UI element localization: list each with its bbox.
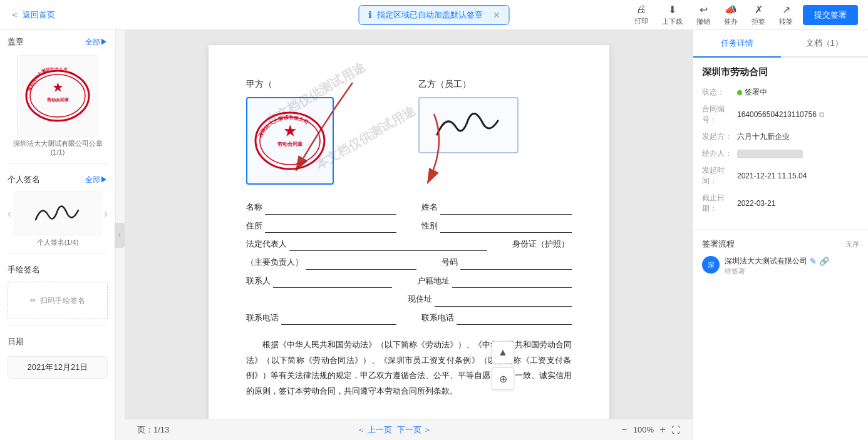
seal-all-link[interactable]: 全部▶	[85, 37, 108, 48]
reject-icon: ✗	[755, 4, 763, 16]
placed-employee-sign	[428, 103, 509, 147]
company-seal-svg: ★ 劳动合同章 深圳法大大测试有限公司	[23, 68, 92, 124]
pencil-icon: ✏	[30, 296, 36, 305]
address-a-underline[interactable]	[265, 222, 396, 233]
contract-title: 深圳市劳动合同	[702, 66, 859, 78]
urge-button[interactable]: 📣 催办	[720, 3, 741, 28]
info-row-status: 状态： 签署中	[702, 87, 859, 98]
reject-button[interactable]: ✗ 拒签	[748, 3, 769, 28]
toast-notification: ℹ 指定区域已自动加盖默认签章 ✕	[359, 5, 510, 25]
next-page-button[interactable]: 下一页 ＞	[397, 424, 432, 436]
doc-nav: ＜ 上一页 下一页 ＞	[357, 424, 431, 436]
print-button[interactable]: 🖨 打印	[631, 3, 652, 27]
copy-contract-no-button[interactable]: ⧉	[819, 110, 825, 119]
transfer-label: 转签	[779, 17, 793, 26]
tab-document[interactable]: 文档（1）	[781, 30, 869, 58]
svg-text:劳动合同章: 劳动合同章	[277, 141, 302, 147]
date-box[interactable]: 2021年12月21日	[8, 356, 108, 379]
personal-sign-box[interactable]	[14, 192, 101, 235]
employee-sign-zone[interactable]	[418, 97, 519, 153]
zoom-in-button[interactable]: ＋	[658, 423, 668, 436]
parties-row: 甲方（ ★ 劳动合同章 深圳法大大测试有限公司	[246, 76, 572, 187]
name-a-label: 名称	[246, 200, 262, 214]
date-label: 日期	[8, 336, 24, 347]
printer-icon: 🖨	[636, 4, 646, 15]
divider-2	[8, 253, 108, 254]
current-addr-underline[interactable]	[435, 295, 572, 307]
target-button[interactable]: ⊕	[492, 367, 514, 390]
info-icon: ℹ	[368, 9, 372, 21]
party-a-col: 甲方（ ★ 劳动合同章 深圳法大大测试有限公司	[246, 76, 400, 187]
form-line-legal-rep: 法定代表人 身份证（护照）	[246, 237, 572, 251]
flow-company-name: 深圳法大大测试有限公司 ✎ 🔗	[725, 256, 859, 267]
phone-b-label: 联系电话	[421, 310, 454, 325]
personal-sign-area: ‹ › 个人签名(1/4)	[0, 189, 115, 250]
seal-thumbnail[interactable]: ★ 劳动合同章 深圳法大大测试有限公司	[17, 55, 98, 136]
flow-status-label: 待签署	[725, 267, 859, 276]
tab-task-detail[interactable]: 任务详情	[693, 30, 781, 58]
toast-text: 指定区域已自动加盖默认签章	[377, 9, 483, 21]
flow-item: 深 深圳法大大测试有限公司 ✎ 🔗 待签署	[702, 256, 859, 276]
seal-drop-zone[interactable]: ★ 劳动合同章 深圳法大大测试有限公司	[246, 97, 334, 185]
slider-next-button[interactable]: ›	[104, 207, 108, 220]
flow-link-icon[interactable]: 🔗	[819, 257, 829, 266]
submit-button[interactable]: 提交签署	[803, 5, 858, 25]
phone-b-underline[interactable]	[457, 314, 572, 325]
deadline-label: 截止日期：	[702, 193, 737, 214]
flow-edit-icon[interactable]: ✎	[810, 257, 817, 266]
transfer-icon: ↗	[782, 4, 790, 16]
party-b-col: 乙方（员工）	[418, 76, 572, 187]
zoom-control: － 100% ＋ ⛶	[619, 423, 680, 436]
info-row-handler: 经办人： ████ ████████	[702, 148, 859, 159]
download-button[interactable]: ⬇ 上下载	[658, 3, 686, 28]
transfer-button[interactable]: ↗ 转签	[775, 3, 797, 28]
principal-underline[interactable]	[306, 258, 417, 270]
info-row-deadline: 截止日期： 2022-03-21	[702, 193, 859, 214]
name-a-underline[interactable]	[265, 203, 396, 215]
legal-rep-underline[interactable]	[289, 240, 487, 251]
sign-slider: ‹ ›	[8, 192, 108, 235]
personal-all-link[interactable]: 全部▶	[85, 175, 108, 185]
phone-a-label: 联系电话	[246, 310, 279, 325]
svg-text:★: ★	[284, 123, 297, 139]
info-row-initiator: 发起方： 六月十九新企业	[702, 131, 859, 142]
back-home-button[interactable]: ＜ 返回首页	[10, 9, 55, 21]
id-no-underline[interactable]	[460, 258, 572, 270]
seal-name-label: 深圳法大大测试有限公司公章(1/1)	[8, 139, 108, 156]
slider-prev-button[interactable]: ‹	[8, 207, 11, 220]
form-line-address: 住所 性别	[246, 218, 572, 233]
scroll-up-button[interactable]: ▲	[492, 341, 514, 364]
id-card-label: 身份证（护照）	[512, 237, 569, 251]
deadline-value: 2022-03-21	[737, 193, 859, 214]
initiator-value: 六月十九新企业	[737, 131, 859, 142]
contract-no-value: 164005650421311075​6 ⧉	[737, 104, 859, 125]
sign-flow-section: 签署流程 无序 深 深圳法大大测试有限公司 ✎ 🔗 待签署	[693, 229, 868, 285]
paragraph-1: 根据《中华人民共和国劳动法》（以下简称《劳动法》）、《中华人民共和国劳动合同法》…	[246, 337, 572, 399]
zoom-out-button[interactable]: －	[619, 423, 629, 436]
right-tabs: 任务详情 文档（1）	[693, 30, 868, 58]
contact-a-underline[interactable]	[273, 277, 393, 288]
hand-sign-area: ✏ 扫码手绘签名	[0, 279, 115, 322]
svg-text:劳动合同章: 劳动合同章	[47, 97, 69, 103]
personal-sign-label-text: 个人签名(1/4)	[8, 238, 108, 247]
right-panel: 任务详情 文档（1） 深圳市劳动合同 状态： 签署中 合同编号： 1640056…	[693, 30, 868, 440]
prev-page-button[interactable]: ＜ 上一页	[357, 424, 392, 436]
phone-a-underline[interactable]	[281, 314, 396, 325]
handler-value: ████ ████████	[737, 148, 859, 159]
left-panel: 盖章 全部▶ ★ 劳动合同章 深圳法大大测试有限公司	[0, 30, 116, 440]
gender-underline[interactable]	[440, 222, 572, 233]
revoke-button[interactable]: ↩ 撤销	[693, 3, 714, 28]
household-underline[interactable]	[452, 277, 572, 288]
time-value: 2021-12-21 11.15.04	[737, 165, 859, 187]
center-content: 本文档仅供测试用途 本文档仅供测试用途	[125, 30, 693, 440]
revoke-label: 撤销	[696, 17, 710, 26]
contact-a-label: 联系人	[246, 274, 271, 288]
fullscreen-icon[interactable]: ⛶	[671, 425, 680, 435]
household-label: 户籍地址	[417, 274, 450, 288]
toast-close-button[interactable]: ✕	[493, 10, 500, 20]
left-panel-toggle[interactable]: ›	[115, 223, 125, 248]
personal-sign-header: 个人签名 全部▶	[0, 168, 115, 189]
name-b-underline[interactable]	[440, 203, 572, 215]
hand-sign-box[interactable]: ✏ 扫码手绘签名	[8, 282, 108, 319]
id-no-label: 号码	[442, 255, 458, 269]
